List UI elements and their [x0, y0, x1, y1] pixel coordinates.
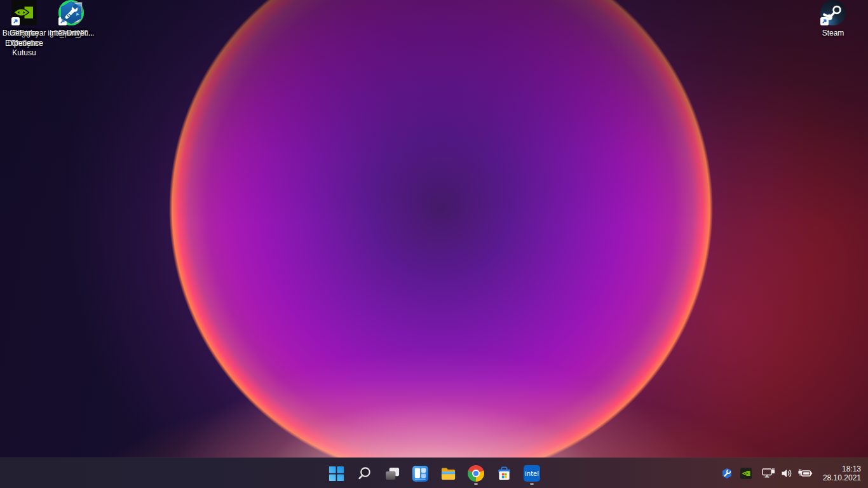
- running-indicator: [530, 483, 534, 485]
- widgets-icon: [412, 466, 428, 482]
- battery-charging-icon: [797, 468, 813, 479]
- windows-logo-icon: [329, 466, 344, 482]
- steam-icon: [820, 0, 846, 25]
- shortcut-arrow-icon: [11, 17, 20, 25]
- desktop-wallpaper: ♻ Geri Dönüşüm Kutusu Bu: [0, 0, 868, 488]
- system-tray: 18:13 28.10.2021: [720, 458, 868, 488]
- nvidia-settings-tray-button[interactable]: [739, 466, 753, 480]
- nvidia-tray-icon: [740, 468, 752, 479]
- clock-time: 18:13: [823, 464, 861, 474]
- task-view-icon: [384, 466, 400, 482]
- volume-icon: [780, 468, 793, 479]
- search-icon: [356, 466, 372, 482]
- widgets-button[interactable]: [407, 461, 433, 486]
- running-indicator: [474, 483, 478, 485]
- file-explorer-icon: [440, 466, 456, 482]
- intel-logo-icon: intel: [524, 465, 540, 482]
- microsoft-store-icon: [496, 466, 512, 482]
- quick-settings-button[interactable]: [762, 468, 813, 479]
- desktop-icon-label: GeForce Experience: [1, 29, 48, 48]
- intel-driver-assistant-tray-button[interactable]: [720, 466, 734, 480]
- chrome-icon: [468, 465, 484, 482]
- shortcut-arrow-icon: [820, 17, 829, 25]
- geforce-experience-icon: [11, 0, 37, 25]
- desktop-icon-geforce-experience[interactable]: GeForce Experience: [0, 0, 48, 48]
- taskbar-clock[interactable]: 18:13 28.10.2021: [823, 464, 861, 483]
- network-icon: [762, 468, 776, 479]
- search-button[interactable]: [351, 461, 377, 486]
- desktop-icon-intel-driver[interactable]: Intel-Driver...: [47, 0, 95, 39]
- task-view-button[interactable]: [379, 461, 405, 486]
- intel-driver-icon: [58, 0, 84, 25]
- desktop-icon-steam[interactable]: Steam: [809, 0, 857, 39]
- taskbar-center-group: intel: [323, 458, 545, 488]
- intel-graphics-button[interactable]: intel: [519, 461, 545, 486]
- intel-dsa-tray-icon: [721, 468, 733, 479]
- file-explorer-button[interactable]: [435, 461, 461, 486]
- start-button[interactable]: [323, 461, 349, 486]
- microsoft-store-button[interactable]: [491, 461, 517, 486]
- taskbar: intel: [0, 458, 868, 488]
- desktop-icon-label: Intel-Driver...: [48, 29, 95, 39]
- clock-date: 28.10.2021: [823, 473, 861, 483]
- chrome-taskbar-button[interactable]: [463, 461, 489, 486]
- desktop-icon-label: Steam: [810, 29, 857, 39]
